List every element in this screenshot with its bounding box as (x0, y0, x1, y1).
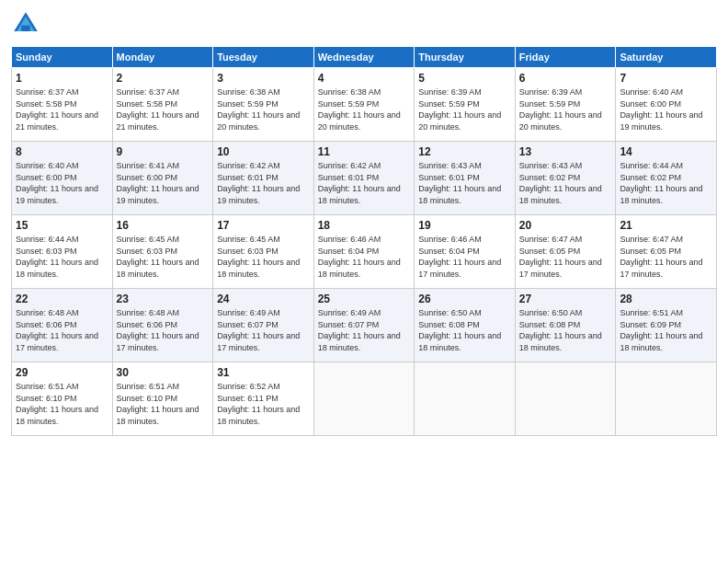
calendar-cell: 12 Sunrise: 6:43 AM Sunset: 6:01 PM Dayl… (415, 142, 516, 215)
day-info: Sunrise: 6:44 AM Sunset: 6:03 PM Dayligh… (16, 234, 108, 280)
day-info: Sunrise: 6:42 AM Sunset: 6:01 PM Dayligh… (318, 160, 411, 206)
calendar-week-row: 8 Sunrise: 6:40 AM Sunset: 6:00 PM Dayli… (12, 142, 717, 215)
day-header-saturday: Saturday (616, 47, 717, 68)
day-number: 29 (16, 366, 108, 379)
day-number: 12 (418, 145, 511, 158)
day-number: 22 (16, 293, 108, 305)
calendar-cell: 3 Sunrise: 6:38 AM Sunset: 5:59 PM Dayli… (213, 68, 314, 142)
calendar-cell: 17 Sunrise: 6:45 AM Sunset: 6:03 PM Dayl… (213, 215, 314, 289)
calendar-cell: 18 Sunrise: 6:46 AM Sunset: 6:04 PM Dayl… (313, 215, 415, 289)
day-info: Sunrise: 6:44 AM Sunset: 6:02 PM Dayligh… (620, 160, 712, 206)
day-number: 30 (117, 366, 210, 379)
day-info: Sunrise: 6:51 AM Sunset: 6:10 PM Dayligh… (16, 381, 108, 427)
day-header-monday: Monday (112, 47, 213, 68)
calendar-cell: 26 Sunrise: 6:50 AM Sunset: 6:08 PM Dayl… (415, 289, 516, 362)
day-info: Sunrise: 6:39 AM Sunset: 5:59 PM Dayligh… (418, 86, 511, 132)
calendar-cell: 2 Sunrise: 6:37 AM Sunset: 5:58 PM Dayli… (112, 68, 213, 142)
day-info: Sunrise: 6:48 AM Sunset: 6:06 PM Dayligh… (117, 307, 210, 353)
calendar-cell (415, 362, 516, 436)
calendar-week-row: 1 Sunrise: 6:37 AM Sunset: 5:58 PM Dayli… (12, 68, 717, 142)
day-info: Sunrise: 6:38 AM Sunset: 5:59 PM Dayligh… (217, 86, 310, 132)
day-number: 5 (418, 72, 511, 85)
calendar-week-row: 15 Sunrise: 6:44 AM Sunset: 6:03 PM Dayl… (12, 215, 717, 289)
day-number: 8 (16, 145, 108, 158)
calendar-cell: 14 Sunrise: 6:44 AM Sunset: 6:02 PM Dayl… (616, 142, 717, 215)
day-number: 19 (418, 219, 511, 232)
calendar-cell: 6 Sunrise: 6:39 AM Sunset: 5:59 PM Dayli… (515, 68, 616, 142)
day-header-tuesday: Tuesday (213, 47, 314, 68)
logo (11, 9, 44, 39)
day-info: Sunrise: 6:50 AM Sunset: 6:08 PM Dayligh… (418, 307, 511, 353)
calendar-cell (616, 362, 717, 436)
day-info: Sunrise: 6:40 AM Sunset: 6:00 PM Dayligh… (16, 160, 108, 206)
calendar-cell: 4 Sunrise: 6:38 AM Sunset: 5:59 PM Dayli… (313, 68, 415, 142)
day-info: Sunrise: 6:46 AM Sunset: 6:04 PM Dayligh… (418, 234, 511, 280)
day-info: Sunrise: 6:40 AM Sunset: 6:00 PM Dayligh… (620, 86, 712, 132)
day-info: Sunrise: 6:49 AM Sunset: 6:07 PM Dayligh… (217, 307, 310, 353)
day-header-thursday: Thursday (415, 47, 516, 68)
svg-rect-2 (21, 26, 30, 31)
day-number: 15 (16, 219, 108, 232)
calendar-cell (515, 362, 616, 436)
day-number: 4 (318, 72, 411, 85)
day-info: Sunrise: 6:47 AM Sunset: 6:05 PM Dayligh… (519, 234, 612, 280)
day-info: Sunrise: 6:46 AM Sunset: 6:04 PM Dayligh… (318, 234, 411, 280)
day-number: 1 (16, 72, 108, 85)
day-info: Sunrise: 6:43 AM Sunset: 6:01 PM Dayligh… (418, 160, 511, 206)
day-number: 20 (519, 219, 612, 232)
day-info: Sunrise: 6:45 AM Sunset: 6:03 PM Dayligh… (217, 234, 310, 280)
day-number: 9 (117, 145, 210, 158)
day-info: Sunrise: 6:51 AM Sunset: 6:09 PM Dayligh… (620, 307, 712, 353)
day-info: Sunrise: 6:48 AM Sunset: 6:06 PM Dayligh… (16, 307, 108, 353)
calendar-cell: 29 Sunrise: 6:51 AM Sunset: 6:10 PM Dayl… (12, 362, 113, 436)
day-number: 16 (117, 219, 210, 232)
day-number: 31 (217, 366, 310, 379)
calendar-cell: 30 Sunrise: 6:51 AM Sunset: 6:10 PM Dayl… (112, 362, 213, 436)
calendar-cell: 20 Sunrise: 6:47 AM Sunset: 6:05 PM Dayl… (515, 215, 616, 289)
page-container: SundayMondayTuesdayWednesdayThursdayFrid… (0, 0, 728, 563)
day-info: Sunrise: 6:42 AM Sunset: 6:01 PM Dayligh… (217, 160, 310, 206)
day-info: Sunrise: 6:49 AM Sunset: 6:07 PM Dayligh… (318, 307, 411, 353)
day-info: Sunrise: 6:51 AM Sunset: 6:10 PM Dayligh… (117, 381, 210, 427)
day-info: Sunrise: 6:43 AM Sunset: 6:02 PM Dayligh… (519, 160, 612, 206)
calendar-cell: 1 Sunrise: 6:37 AM Sunset: 5:58 PM Dayli… (12, 68, 113, 142)
calendar-cell: 28 Sunrise: 6:51 AM Sunset: 6:09 PM Dayl… (616, 289, 717, 362)
day-info: Sunrise: 6:52 AM Sunset: 6:11 PM Dayligh… (217, 381, 310, 427)
day-number: 18 (318, 219, 411, 232)
day-info: Sunrise: 6:37 AM Sunset: 5:58 PM Dayligh… (16, 86, 108, 132)
calendar-cell: 9 Sunrise: 6:41 AM Sunset: 6:00 PM Dayli… (112, 142, 213, 215)
calendar-cell: 21 Sunrise: 6:47 AM Sunset: 6:05 PM Dayl… (616, 215, 717, 289)
calendar-cell: 16 Sunrise: 6:45 AM Sunset: 6:03 PM Dayl… (112, 215, 213, 289)
calendar-cell: 22 Sunrise: 6:48 AM Sunset: 6:06 PM Dayl… (12, 289, 113, 362)
calendar-cell: 15 Sunrise: 6:44 AM Sunset: 6:03 PM Dayl… (12, 215, 113, 289)
calendar-cell: 10 Sunrise: 6:42 AM Sunset: 6:01 PM Dayl… (213, 142, 314, 215)
day-number: 28 (620, 293, 712, 305)
day-number: 10 (217, 145, 310, 158)
calendar-cell: 31 Sunrise: 6:52 AM Sunset: 6:11 PM Dayl… (213, 362, 314, 436)
day-header-sunday: Sunday (12, 47, 113, 68)
day-number: 2 (117, 72, 210, 85)
day-number: 14 (620, 145, 712, 158)
day-info: Sunrise: 6:50 AM Sunset: 6:08 PM Dayligh… (519, 307, 612, 353)
page-header (11, 9, 717, 39)
calendar-cell: 5 Sunrise: 6:39 AM Sunset: 5:59 PM Dayli… (415, 68, 516, 142)
calendar-cell: 13 Sunrise: 6:43 AM Sunset: 6:02 PM Dayl… (515, 142, 616, 215)
calendar-cell: 27 Sunrise: 6:50 AM Sunset: 6:08 PM Dayl… (515, 289, 616, 362)
calendar-cell: 19 Sunrise: 6:46 AM Sunset: 6:04 PM Dayl… (415, 215, 516, 289)
day-info: Sunrise: 6:37 AM Sunset: 5:58 PM Dayligh… (117, 86, 210, 132)
day-number: 23 (117, 293, 210, 305)
calendar-cell: 23 Sunrise: 6:48 AM Sunset: 6:06 PM Dayl… (112, 289, 213, 362)
day-number: 6 (519, 72, 612, 85)
day-info: Sunrise: 6:38 AM Sunset: 5:59 PM Dayligh… (318, 86, 411, 132)
logo-icon (11, 9, 40, 39)
day-info: Sunrise: 6:45 AM Sunset: 6:03 PM Dayligh… (117, 234, 210, 280)
day-header-wednesday: Wednesday (313, 47, 415, 68)
day-number: 25 (318, 293, 411, 305)
day-header-friday: Friday (515, 47, 616, 68)
day-number: 24 (217, 293, 310, 305)
calendar-cell: 25 Sunrise: 6:49 AM Sunset: 6:07 PM Dayl… (313, 289, 415, 362)
day-number: 7 (620, 72, 712, 85)
day-info: Sunrise: 6:39 AM Sunset: 5:59 PM Dayligh… (519, 86, 612, 132)
calendar-header-row: SundayMondayTuesdayWednesdayThursdayFrid… (12, 47, 717, 68)
day-number: 21 (620, 219, 712, 232)
